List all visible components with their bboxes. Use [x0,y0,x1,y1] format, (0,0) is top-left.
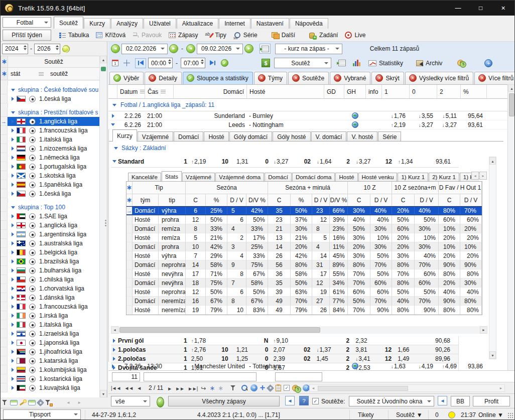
expand-match-icon[interactable] [112,114,114,118]
sidebar-item-1-jihoafricka-liga[interactable]: 1.jihoafrická liga [1,347,100,356]
date-back-icon[interactable]: ◄ [111,44,120,53]
filter-vyber[interactable]: ✓Výběr [109,72,144,84]
bar-chart-icon[interactable] [353,60,360,66]
sidebar-item-1-skotska-liga[interactable]: 1.skotská liga [1,171,100,180]
stats-row-domaci-prohra[interactable]: Domácíprohra1042%325%1420%411%20%30%20%3… [126,242,482,251]
expander-icon[interactable] [12,192,14,196]
expander-icon[interactable] [12,341,14,345]
sidebar-item-1-anglicka-liga[interactable]: 1.anglická liga [1,221,100,230]
bets-section-header[interactable]: Sázky : Základní [114,145,166,152]
period-button[interactable]: Příští týden [3,30,51,41]
expander-icon[interactable] [12,174,14,178]
add-circle-icon[interactable]: + [484,59,492,67]
scroll-up-icon[interactable]: ▲ [508,84,515,92]
stats-tab-vzajemne[interactable]: Vzájemné [182,173,215,182]
scroll-up-icon[interactable]: ▲ [489,157,496,165]
move-icon[interactable] [123,60,130,66]
expander-icon[interactable] [12,259,14,263]
stats-row-hoste-prohra[interactable]: Hostéprohra1250%650%2337%1239%40%40%50%5… [126,215,482,224]
filter-vybrane[interactable]: ×Vybrané [330,72,370,84]
expand-bet-icon[interactable] [113,366,115,370]
stats-row-hoste-neremiza[interactable]: Hosténeremíza1979%1083%4979%2684%70%90%8… [126,306,482,315]
expander-icon[interactable] [12,165,14,169]
stats-tab-kancelare[interactable]: Kanceláře [128,173,161,182]
zadani-button[interactable]: Zadání [306,30,341,40]
expander-icon[interactable] [12,377,14,381]
filter-icon[interactable] [230,385,236,391]
last-icon[interactable]: ►►| [188,386,197,391]
sidebar-item-1-francouzska-liga[interactable]: 1.francouzská liga [1,126,100,135]
expand-match-icon[interactable] [111,123,115,126]
group-row-skupina-prestizni-fotbalove-s[interactable]: skupina : Prestižní fotbalové s [1,108,100,117]
coins-icon[interactable] [292,385,300,391]
maximize-button[interactable]: □ [469,1,492,16]
filter-vice-filtru[interactable]: ×Více filtrů [474,72,515,84]
detail-tab-goly-hoste[interactable]: Góly hosté [273,131,310,142]
stats-row-hoste-neprohra[interactable]: Hosténeprohra1250%650%3963%1961%60%60%50… [126,288,482,297]
expand-bet-icon[interactable] [113,357,115,361]
money-icon[interactable]: $ [262,59,270,67]
bet-row-standard[interactable]: Standard1↑2,19101,310↓3,2702↓1,642↓3,271… [111,156,459,167]
expander-icon[interactable] [12,386,14,390]
column-header-stat[interactable]: stát [8,70,34,77]
sidebar-item-1-chilska-liga[interactable]: 1.chilská liga [1,275,100,284]
add-icon[interactable]: + [250,384,258,391]
sidebar-item-1-sae-liga[interactable]: 1.SAE liga [1,212,100,221]
refresh-icon[interactable]: ↪ [201,385,206,392]
expander-icon[interactable] [12,359,14,363]
column-header-domaci[interactable]: Domácí [174,85,247,98]
collapse-group-icon[interactable] [112,104,116,106]
date-forward-icon[interactable]: ► [169,44,178,53]
expander-icon[interactable] [12,323,14,327]
stats-horizontal-scrollbar[interactable]: ◄ ► [111,326,487,334]
expander-icon[interactable] [12,156,14,160]
soutez-menu[interactable]: Soutěž ▼ [396,408,423,420]
detail-tab-hoste[interactable]: Hosté [204,131,228,142]
filter-tymy[interactable]: ×Týmy [254,72,287,84]
stats-row-hoste-nevyhra[interactable]: Hosténevýhra1771%867%3658%1755%70%50%70%… [126,269,482,278]
scroll-right-icon[interactable]: ► [480,326,487,334]
dalsi-button[interactable]: Další [268,30,299,40]
scroll-left-icon[interactable]: ◄ [111,326,118,334]
clipboard-icon[interactable] [276,385,281,391]
filter-skryt[interactable]: ×Skrýt [371,72,404,84]
scrollbar-thumb[interactable] [318,386,408,391]
scroll-left-right-icons[interactable]: ◄ ► [66,400,84,405]
prior-page-icon[interactable]: ◄◄ [124,385,133,391]
tab-napoveda[interactable]: Nápověda [290,18,328,29]
sidebar-item-1-australska-liga[interactable]: 1.australská liga [1,239,100,248]
stats-tab-2-kurz-1[interactable]: 2) Kurz 1 [429,173,459,182]
expander-icon[interactable] [12,137,14,142]
grid-horizontal-scrollbar[interactable]: ◄ ► [309,384,505,392]
tab-analyzy[interactable]: Analýzy [111,18,143,29]
panel-icon[interactable] [10,400,18,405]
apply-scope-icon[interactable]: ✓ [157,397,164,407]
collapse-group-icon[interactable] [11,89,15,91]
expand-bet-icon[interactable] [112,160,116,163]
date-back-icon[interactable]: ◄ [186,44,195,53]
stats-row-domaci-remiza[interactable]: Domácíremíza833%433%2130%823%50%30%60%30… [126,224,482,233]
stats-tab-hoste-venku[interactable]: Hosté venku [358,173,398,182]
sidebar-item-1-katarska-liga[interactable]: 1.katarská liga [1,356,100,365]
expander-icon[interactable] [12,147,14,151]
scope-select[interactable]: vše [111,396,150,406]
collapse-group-icon[interactable] [11,206,15,209]
expander-icon[interactable] [12,183,14,187]
sidebar-item-1-ceska-liga[interactable]: 1.česká liga [1,189,100,198]
help-button[interactable]: ? [299,396,309,405]
expander-icon[interactable] [12,128,14,132]
detail-tab-v-domaci[interactable]: V. domácí [311,131,347,142]
stats-tab-hoste[interactable]: Hosté [335,173,357,182]
odds-mode-select[interactable]: - kurz na zápas - [275,44,342,54]
sidebar-item-1-izraelska-liga[interactable]: 1.izraelská liga [1,329,100,338]
date-forward-icon[interactable]: ► [244,44,253,53]
sidebar-item-1-japonska-liga[interactable]: 1.japonská liga [1,338,100,347]
filter-souteze[interactable]: ×Soutěže [288,72,329,84]
column-header-1[interactable]: 1 [382,85,410,98]
stats-tab-domaci-doma[interactable]: Domácí doma [292,173,335,182]
close-button[interactable]: × [492,1,514,16]
time-from-spinner[interactable]: 00:00 [148,58,173,68]
globe-icon[interactable] [352,363,358,369]
gear-icon[interactable] [38,400,43,405]
scrollbar-thumb[interactable] [101,67,106,71]
